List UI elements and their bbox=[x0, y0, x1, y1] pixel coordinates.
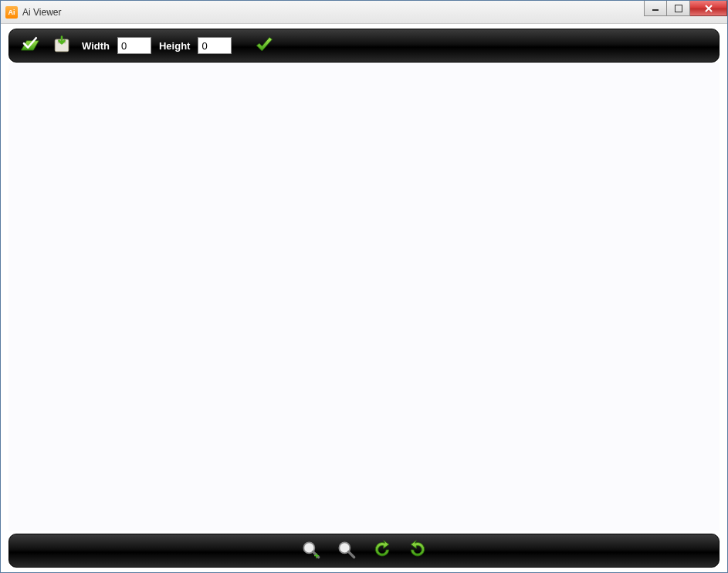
height-label: Height bbox=[159, 40, 190, 52]
zoom-in-button[interactable]: + bbox=[299, 538, 323, 563]
checkmark-icon bbox=[253, 34, 275, 58]
maximize-button[interactable] bbox=[667, 1, 690, 16]
top-toolbar: Width Height bbox=[8, 29, 720, 63]
svg-line-6 bbox=[348, 551, 354, 557]
open-file-button[interactable] bbox=[17, 33, 42, 58]
bottom-toolbar: + bbox=[8, 534, 720, 568]
rotate-right-button[interactable] bbox=[405, 538, 430, 563]
rotate-left-button[interactable] bbox=[370, 538, 394, 563]
folder-open-check-icon bbox=[19, 34, 40, 58]
width-label: Width bbox=[82, 40, 110, 52]
window-controls bbox=[644, 1, 727, 16]
save-disk-icon bbox=[51, 34, 73, 58]
zoom-in-icon: + bbox=[300, 539, 322, 563]
height-input[interactable] bbox=[198, 37, 232, 54]
titlebar[interactable]: Ai Ai Viewer bbox=[1, 1, 727, 24]
close-button[interactable] bbox=[690, 1, 727, 16]
app-icon: Ai bbox=[5, 6, 18, 19]
zoom-out-icon bbox=[336, 539, 357, 563]
apply-resize-button[interactable] bbox=[252, 33, 276, 58]
app-window: Ai Ai Viewer bbox=[0, 0, 728, 573]
minimize-button[interactable] bbox=[644, 1, 667, 16]
save-button[interactable] bbox=[49, 33, 74, 58]
rotate-right-icon bbox=[407, 539, 428, 563]
viewer-canvas[interactable] bbox=[8, 63, 720, 531]
svg-text:+: + bbox=[313, 551, 319, 561]
zoom-out-button[interactable] bbox=[334, 538, 359, 563]
client-area: Width Height bbox=[1, 24, 727, 572]
width-input[interactable] bbox=[117, 37, 151, 54]
window-title: Ai Viewer bbox=[22, 7, 61, 18]
rotate-left-icon bbox=[371, 539, 393, 563]
